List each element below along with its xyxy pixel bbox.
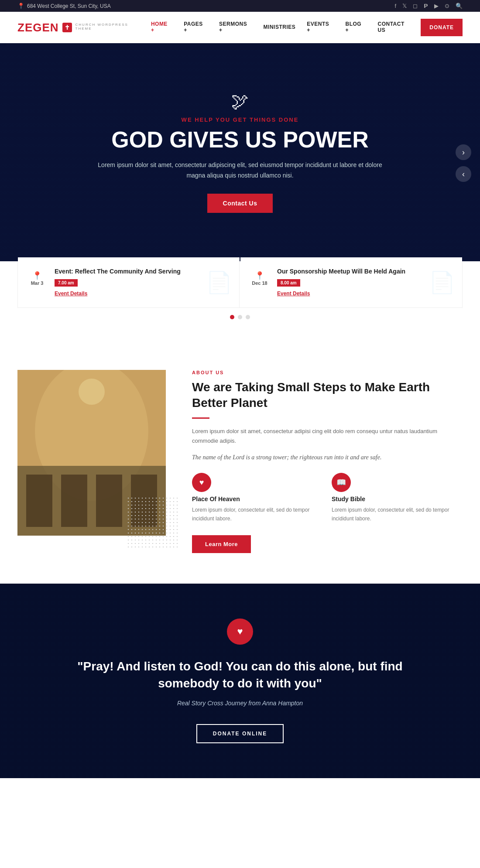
dove-icon: 🕊: [92, 92, 388, 111]
nav-item-blog[interactable]: BLOG +: [341, 12, 371, 43]
event-1-date: Mar 3: [31, 280, 44, 286]
about-title: We are Taking Small Steps to Make Earth …: [192, 379, 463, 411]
about-description: Lorem ipsum dolor sit amet, consectetur …: [192, 427, 463, 446]
events-grid: 📍 Mar 3 Event: Reflect The Community And…: [17, 257, 463, 308]
event-2-pin-icon: 📍: [255, 271, 264, 280]
quote-section: ♥ "Pray! And listen to God! You can do t…: [0, 584, 480, 778]
quote-author: Real Story Cross Journey from Anna Hampt…: [177, 700, 303, 707]
hero-section: 🕊 WE HELP YOU GET THINGS DONE GOD GIVES …: [0, 43, 480, 261]
nav-item-contact[interactable]: CONTACT US: [374, 12, 418, 43]
event-2-placeholder-icon: 📄: [429, 270, 455, 296]
nav-item-events[interactable]: EVENTS +: [302, 12, 338, 43]
event-2-time: 8.00 am: [277, 279, 300, 287]
hero-subtitle: WE HELP YOU GET THINGS DONE: [92, 116, 388, 123]
event-2-content: Our Sponsorship Meetup Will Be Held Agai…: [277, 268, 405, 297]
event-2-details-link[interactable]: Event Details: [277, 290, 310, 297]
quote-text: "Pray! And listen to God! You can do thi…: [70, 658, 410, 692]
quote-heart-icon: ♥: [227, 619, 253, 645]
features-grid: ♥ Place Of Heaven Lorem ipsum dolor, con…: [192, 473, 463, 523]
top-bar: 📍 684 West College St, Sun City, USA f 𝕏…: [0, 0, 480, 12]
feature-2: 📖 Study Bible Lorem ipsum dolor, consect…: [332, 473, 463, 523]
nav-item-pages[interactable]: PAGES +: [179, 12, 212, 43]
event-2-title: Our Sponsorship Meetup Will Be Held Agai…: [277, 268, 405, 275]
event-1-title: Event: Reflect The Community And Serving: [55, 268, 181, 275]
about-section-label: ABOUT US: [192, 370, 463, 375]
logo[interactable]: ZEGEN ✝ CHURCH WORDPRESS THEME: [17, 21, 147, 34]
nav-donate-button[interactable]: DONATE: [421, 19, 463, 36]
instagram-icon[interactable]: ◻: [413, 3, 418, 9]
event-1-time: 7.00 am: [55, 279, 78, 287]
feature-2-icon: 📖: [332, 473, 351, 492]
hero-title: GOD GIVES US POWER: [92, 127, 388, 152]
pinterest-icon[interactable]: 𝗣: [424, 3, 428, 9]
events-strip: 📍 Mar 3 Event: Reflect The Community And…: [0, 257, 480, 339]
event-1-details-link[interactable]: Event Details: [55, 290, 87, 297]
hero-prev-arrow[interactable]: ‹: [456, 166, 471, 182]
hero-content: 🕊 WE HELP YOU GET THINGS DONE GOD GIVES …: [92, 92, 388, 213]
about-section: ABOUT US We are Taking Small Steps to Ma…: [0, 339, 480, 584]
learn-more-button[interactable]: Learn More: [192, 535, 251, 553]
logo-text: ZEGEN: [17, 21, 59, 34]
event-card-1: 📍 Mar 3 Event: Reflect The Community And…: [18, 257, 240, 308]
carousel-dots: [17, 308, 463, 326]
search-icon[interactable]: 🔍: [456, 3, 463, 9]
event-2-date: Dec 18: [252, 280, 267, 286]
twitter-icon[interactable]: 𝕏: [402, 3, 407, 9]
nav-item-ministries[interactable]: MINISTRIES: [259, 12, 300, 43]
location-icon: 📍: [17, 3, 24, 9]
logo-subtitle: CHURCH WORDPRESS THEME: [75, 23, 147, 31]
feature-1: ♥ Place Of Heaven Lorem ipsum dolor, con…: [192, 473, 323, 523]
navbar: ZEGEN ✝ CHURCH WORDPRESS THEME HOME + PA…: [0, 12, 480, 43]
hero-next-arrow[interactable]: ›: [456, 144, 471, 160]
heart-circle-icon: ♥: [237, 626, 243, 637]
dot-3[interactable]: [246, 315, 250, 319]
dot-pattern-decoration: [127, 496, 179, 549]
social-icons: f 𝕏 ◻ 𝗣 ▶ ⊙ 🔍: [394, 3, 463, 9]
feature-1-title: Place Of Heaven: [192, 496, 323, 502]
nav-item-home[interactable]: HOME +: [147, 12, 177, 43]
facebook-icon[interactable]: f: [394, 3, 396, 9]
about-content: ABOUT US We are Taking Small Steps to Ma…: [192, 370, 463, 553]
youtube-icon[interactable]: ▶: [434, 3, 439, 9]
feature-2-title: Study Bible: [332, 496, 463, 502]
dot-2[interactable]: [238, 315, 242, 319]
nav-item-sermons[interactable]: SERMONS +: [215, 12, 256, 43]
event-1-pin-icon: 📍: [32, 271, 42, 280]
address-text: 684 West College St, Sun City, USA: [27, 3, 111, 9]
event-card-2: 📍 Dec 18 Our Sponsorship Meetup Will Be …: [240, 257, 462, 308]
event-1-placeholder-icon: 📄: [206, 270, 232, 296]
logo-cross: ✝: [62, 23, 72, 32]
nav-links: HOME + PAGES + SERMONS + MINISTRIES EVEN…: [147, 12, 463, 43]
dribbble-icon[interactable]: ⊙: [445, 3, 449, 9]
top-bar-address-wrap: 📍 684 West College St, Sun City, USA: [17, 3, 111, 9]
feature-2-desc: Lorem ipsum dolor, consectetur elit, sed…: [332, 506, 463, 523]
event-1-content: Event: Reflect The Community And Serving…: [55, 268, 181, 297]
feature-1-desc: Lorem ipsum dolor, consectetur elit, sed…: [192, 506, 323, 523]
book-icon: 📖: [336, 478, 346, 487]
event-1-icon-wrap: 📍 Mar 3: [27, 268, 48, 289]
about-red-divider: [192, 417, 209, 419]
hero-description: Lorem ipsum dolor sit amet, consectetur …: [92, 160, 388, 181]
about-image-wrap: [17, 370, 166, 536]
feature-1-icon: ♥: [192, 473, 211, 492]
event-2-icon-wrap: 📍 Dec 18: [249, 268, 270, 289]
donate-online-button[interactable]: DONATE ONLINE: [196, 724, 284, 743]
heart-icon: ♥: [199, 478, 204, 487]
hero-cta-button[interactable]: Contact Us: [207, 194, 273, 213]
about-quote: The name of the Lord is a strong tower; …: [192, 453, 463, 462]
dot-1[interactable]: [230, 315, 234, 319]
